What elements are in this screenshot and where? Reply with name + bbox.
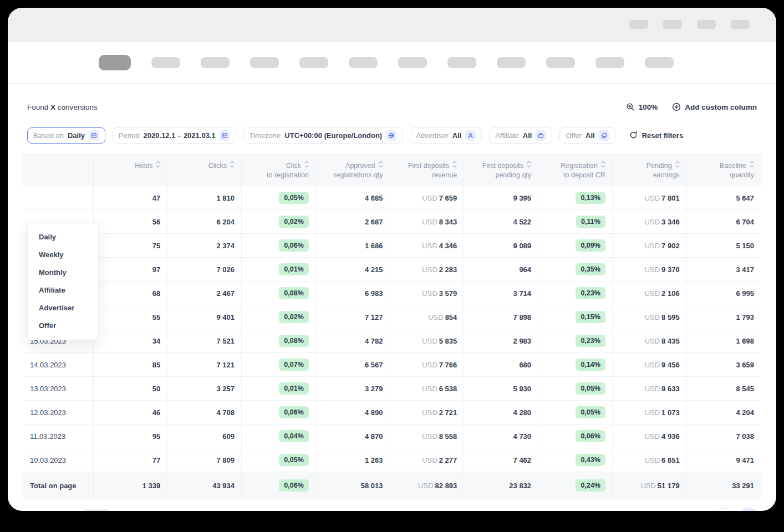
nav-item-placeholder[interactable] — [497, 57, 526, 68]
header-first-deposits[interactable]: First depositsrevenue — [390, 154, 464, 186]
cell-click-to-registration: 0,02% — [242, 305, 316, 329]
nav-item-placeholder[interactable] — [250, 57, 279, 68]
nav-item-placeholder[interactable] — [645, 57, 674, 68]
toolbar-right: 100% Add custom column — [626, 103, 757, 111]
nav-item-placeholder[interactable] — [349, 57, 378, 68]
sort-icon[interactable] — [601, 161, 605, 171]
zoom-control[interactable]: 100% — [626, 103, 658, 111]
filter-value: All — [523, 131, 532, 140]
filter-offer[interactable]: Offer All — [559, 127, 615, 144]
header-click[interactable]: Clickto registration — [242, 154, 316, 186]
cell-first-deposits-pending-qty: 4 730 — [464, 424, 538, 448]
currency-label: USD — [422, 432, 437, 441]
table-row[interactable]: 56 6 204 0,02% 2 687 USD8 343 4 522 0,11… — [23, 210, 761, 234]
cell-hosts: 77 — [93, 448, 167, 472]
cell-first-deposits-revenue: USD8 558 — [390, 424, 464, 448]
dropdown-item-offer[interactable]: Offer — [28, 317, 98, 335]
nav-item-placeholder[interactable] — [151, 57, 180, 68]
filter-label: Period — [119, 131, 140, 140]
toolbar-row: Found X conversions 100% — [27, 103, 757, 111]
sort-icon[interactable] — [527, 161, 531, 171]
table-row[interactable]: 12.03.2023 46 4 708 0,06% 4 890 USD2 721… — [23, 401, 761, 424]
rows-per-page-select[interactable]: 20 — [83, 509, 109, 511]
cell-click-to-registration: 0,02% — [242, 210, 316, 234]
sort-icon[interactable] — [156, 161, 160, 171]
currency-label: USD — [645, 265, 660, 274]
table-row[interactable]: 16.03.2023 55 9 401 0,02% 7 127 USD854 7… — [23, 305, 761, 329]
dropdown-item-affiliate[interactable]: Affiliate — [28, 282, 98, 299]
nav-item-placeholder[interactable] — [299, 57, 328, 68]
nav-item-placeholder[interactable] — [595, 57, 624, 68]
table-row[interactable]: 75 2 374 0,06% 1 686 USD4 346 9 089 0,09… — [23, 234, 761, 258]
dropdown-item-advertiser[interactable]: Advertiser — [28, 299, 98, 317]
filter-based-on[interactable]: Based on Daily — [27, 127, 105, 144]
sort-icon[interactable] — [675, 161, 680, 171]
filter-advertiser[interactable]: Advertiser All — [410, 127, 482, 144]
header-first-deposits[interactable]: First depositspending qty — [464, 154, 538, 186]
nav-item-active[interactable] — [99, 55, 131, 70]
header-baseline[interactable]: Baselinequantity — [686, 154, 761, 186]
table-row[interactable]: 11.03.2023 95 609 0,04% 4 870 USD8 558 4… — [23, 424, 761, 448]
sort-icon[interactable] — [379, 161, 383, 171]
next-page-button[interactable] — [741, 508, 757, 511]
add-custom-column-button[interactable]: Add custom column — [672, 103, 757, 111]
cell-date: 13.03.2023 — [23, 377, 93, 401]
table-row[interactable]: 14.03.2023 85 7 121 0,07% 6 567 USD7 766… — [23, 353, 761, 377]
cell-baseline-quantity: 1 698 — [686, 329, 761, 353]
cell-registration-to-deposit-cr: 0,35% — [538, 258, 613, 282]
header-clicks[interactable]: Clicks — [167, 154, 242, 186]
found-suffix: conversions — [58, 103, 98, 111]
cell-hosts: 1 339 — [93, 472, 167, 499]
cell-clicks: 7 121 — [167, 353, 242, 377]
table-header-row: HostsClicksClickto registrationApprovedr… — [23, 154, 761, 186]
green-badge: 0,24% — [576, 479, 605, 492]
cell-pending-earnings: USD3 346 — [612, 210, 686, 234]
cell-pending-earnings: USD9 456 — [612, 353, 686, 377]
table-row[interactable]: 15.03.2023 34 7 521 0,08% 4 782 USD5 835… — [23, 329, 761, 353]
cell-clicks: 2 374 — [167, 234, 242, 258]
filter-value: 2020.12.1 – 2021.03.1 — [144, 131, 216, 140]
nav-placeholder-bar — [8, 42, 776, 84]
reset-filters-button[interactable]: Reset filters — [629, 131, 683, 141]
header-pending[interactable]: Pendingearnings — [612, 154, 686, 186]
header-approved[interactable]: Approvedregistrations qty — [315, 154, 390, 186]
nav-item-placeholder[interactable] — [398, 57, 427, 68]
calendar-icon — [220, 130, 230, 141]
filter-value: All — [452, 131, 462, 140]
green-badge: 0,02% — [279, 311, 308, 323]
table-total-row[interactable]: Total on page 1 339 43 934 0,06% 58 013 … — [23, 472, 761, 499]
cell-baseline-quantity: 3 417 — [686, 258, 761, 282]
table-row[interactable]: 18.03.2023 97 7 026 0,01% 4 215 USD2 283… — [23, 258, 761, 282]
header-hosts[interactable]: Hosts — [93, 154, 167, 186]
filter-period[interactable]: Period 2020.12.1 – 2021.03.1 — [113, 127, 236, 144]
nav-item-placeholder[interactable] — [546, 57, 575, 68]
found-prefix: Found — [27, 103, 48, 111]
table-row[interactable]: 13.03.2023 50 3 257 0,01% 3 279 USD6 538… — [23, 377, 761, 401]
nav-item-placeholder[interactable] — [201, 57, 230, 68]
dropdown-item-monthly[interactable]: Monthly — [28, 264, 98, 282]
filter-timezone[interactable]: Timezone UTC+00:00 (Europe/London) — [243, 127, 403, 144]
sort-icon[interactable] — [304, 161, 309, 171]
cell-approved-registrations-qty: 4 782 — [315, 329, 390, 353]
filter-affiliate[interactable]: Affiliate All — [489, 127, 552, 144]
cell-pending-earnings: USD9 370 — [612, 258, 686, 282]
dropdown-item-weekly[interactable]: Weekly — [28, 246, 98, 264]
table-row[interactable]: 17.03.2023 68 2 467 0,08% 6 983 USD3 579… — [23, 282, 761, 305]
sort-icon[interactable] — [452, 161, 457, 171]
cell-baseline-quantity: 3 659 — [686, 353, 761, 377]
prev-page-button[interactable] — [716, 508, 732, 511]
currency-label: USD — [645, 385, 660, 393]
header-registration[interactable]: Registrationto deposit CR — [538, 154, 613, 186]
sort-icon[interactable] — [750, 161, 754, 171]
cell-first-deposits-revenue: USD7 659 — [390, 186, 464, 210]
table-row[interactable]: 47 1 810 0,05% 4 685 USD7 659 9 395 0,13… — [23, 186, 761, 210]
cell-baseline-quantity: 6 704 — [686, 210, 761, 234]
cell-approved-registrations-qty: 4 870 — [315, 424, 390, 448]
dropdown-item-daily[interactable]: Daily — [28, 228, 98, 246]
nav-item-placeholder[interactable] — [447, 57, 476, 68]
user-icon — [465, 130, 476, 141]
found-count: X — [50, 103, 55, 111]
sort-icon[interactable] — [230, 161, 235, 171]
table-row[interactable]: 10.03.2023 77 7 809 0,05% 1 263 USD2 277… — [23, 448, 761, 472]
filter-label: Offer — [566, 131, 582, 140]
